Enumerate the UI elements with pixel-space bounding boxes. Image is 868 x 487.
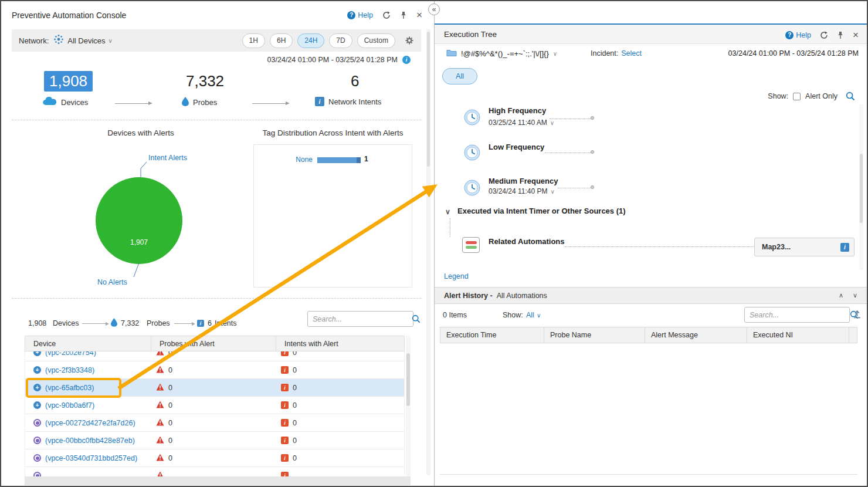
tree-node-related-automations[interactable]: Related Automations (489, 237, 565, 246)
chevron-up-icon[interactable]: ∧ (839, 292, 843, 299)
timer-clock-icon (464, 109, 480, 126)
panel-scrollbar[interactable] (426, 29, 430, 475)
tag-bar-value: 1 (364, 155, 368, 163)
device-link[interactable]: (vpc-2f3b3348) (45, 366, 94, 374)
help-button[interactable]: ? Help (785, 31, 811, 39)
alert-triangle-icon (156, 436, 164, 445)
map-folder-icon (446, 49, 457, 58)
flow-intents-label: Intents (215, 319, 237, 327)
network-selector[interactable]: All Devices ∨ (67, 36, 113, 45)
device-link[interactable]: (vpc-2c02e754) (45, 351, 96, 357)
chevron-down-icon[interactable]: ∨ (853, 292, 857, 299)
tree-connector (545, 153, 591, 153)
flow-probes-label: Probes (147, 319, 170, 327)
alert-only-checkbox[interactable] (793, 93, 801, 100)
table-row[interactable]: +(vpc-2f3b3348) 0 i0 (25, 361, 404, 379)
help-button[interactable]: ? Help (347, 11, 373, 19)
close-icon[interactable]: × (853, 30, 859, 40)
search-icon[interactable] (846, 92, 855, 101)
search-icon[interactable] (412, 314, 425, 323)
tree-section-title[interactable]: Executed via Intent Timer or Other Sourc… (457, 207, 626, 215)
intent-alert-icon: i (281, 419, 289, 427)
table-row-partial[interactable]: i (25, 467, 404, 476)
time-range-1h[interactable]: 1H (242, 33, 265, 48)
map-node-card[interactable]: Map23... i (754, 238, 855, 256)
device-link[interactable]: (vpce-03540d731bbd257ed) (45, 454, 137, 462)
vpc-device-icon: + (33, 351, 41, 356)
tree-node-low-frequency[interactable]: Low Frequency (489, 143, 544, 151)
incident-select-link[interactable]: Select (621, 49, 642, 58)
cloud-devices-icon (43, 97, 57, 107)
table-row[interactable]: +(vpc-2c02e754) 0 i0 (25, 351, 404, 361)
device-link[interactable]: (vpc-90b0a6f7) (45, 401, 94, 410)
table-row[interactable]: +(vpc-90b0a6f7) 0 i0 (25, 397, 404, 414)
devices-alerts-pie-chart[interactable]: Intent Alerts 1,907 No Alerts (59, 141, 223, 293)
intent-icon: i (197, 320, 204, 327)
refresh-icon[interactable] (820, 31, 828, 39)
tree-node-medium-frequency[interactable]: Medium Frequency (489, 177, 558, 185)
pie-label-no-alerts[interactable]: No Alerts (97, 278, 127, 286)
search-input[interactable] (745, 311, 850, 319)
table-row[interactable]: (vpce-00272d427e2fa7d26) 0 i0 (25, 414, 404, 432)
tree-node-timestamp[interactable]: 03/24/24 11:40 PM∨ (489, 187, 555, 195)
time-range-6h[interactable]: 6H (270, 33, 293, 48)
export-icon[interactable] (853, 310, 862, 319)
device-link[interactable]: (vpce-00bbc0fbb428e87eb) (45, 437, 135, 445)
help-label: Help (796, 31, 811, 39)
col-probe-name[interactable]: Probe Name (544, 327, 645, 343)
time-range-7d[interactable]: 7D (329, 33, 352, 48)
vpc-device-icon: + (33, 401, 41, 409)
col-execution-time[interactable]: Execution Time (440, 327, 544, 343)
intent-info-icon[interactable]: i (840, 243, 849, 252)
tag-bar[interactable] (317, 157, 361, 163)
col-probes-with-alert[interactable]: Probes with Alert (151, 336, 276, 351)
table-row[interactable]: (vpce-00bbc0fbb428e87eb) 0 i0 (25, 432, 404, 449)
time-range-24h[interactable]: 24H (297, 33, 324, 48)
info-icon[interactable]: i (402, 56, 411, 64)
tab-all[interactable]: All (442, 68, 477, 84)
tree-node-dot (591, 185, 594, 189)
col-executed-ni[interactable]: Executed NI (747, 327, 849, 343)
col-device[interactable]: Device (25, 336, 151, 351)
table-row[interactable]: (vpce-03540d731bbd257ed) 0 i0 (25, 449, 404, 467)
col-alert-message[interactable]: Alert Message (645, 327, 747, 343)
help-icon: ? (785, 31, 794, 39)
help-icon: ? (347, 11, 355, 19)
chevron-down-icon[interactable]: ∨ (445, 208, 450, 216)
pin-icon[interactable] (837, 31, 844, 39)
alert-triangle-icon (156, 418, 164, 428)
show-filter-dropdown[interactable]: All ∨ (526, 311, 541, 319)
device-link[interactable]: (vpc-65afbc03) (45, 384, 94, 392)
pin-icon[interactable] (400, 11, 407, 19)
time-range-custom[interactable]: Custom (357, 33, 395, 48)
alert-history-title: Alert History - (444, 292, 493, 300)
close-icon[interactable]: × (416, 10, 422, 20)
map-path-selector[interactable]: !@#$%^&*()_-=+~`:;.'|\/[]{} ∨ (446, 49, 557, 58)
tree-scrollbar[interactable] (859, 104, 863, 270)
table-row-selected[interactable]: +(vpc-65afbc03) 0 i0 (25, 379, 404, 397)
tag-category-label[interactable]: None (272, 155, 313, 164)
alert-triangle-icon (156, 471, 164, 477)
incident-label: Incident: (591, 49, 618, 58)
chevron-down-icon: ∨ (550, 120, 554, 126)
collapse-panel-button[interactable]: « (428, 4, 440, 15)
col-intents-with-alert[interactable]: Intents with Alert (276, 336, 404, 351)
refresh-icon[interactable] (382, 11, 391, 19)
tree-node-timestamp[interactable]: 03/25/24 11:40 AM∨ (489, 119, 554, 127)
legend-link[interactable]: Legend (444, 272, 469, 280)
horizontal-scrollbar[interactable] (25, 476, 411, 485)
network-intent-icon: i (315, 97, 324, 106)
flow-intents-count: 6 (208, 319, 212, 327)
chevron-down-icon: ∨ (553, 50, 557, 57)
search-input[interactable] (308, 315, 412, 323)
device-link[interactable]: (vpce-00272d427e2fa7d26) (45, 419, 135, 427)
gear-icon[interactable] (405, 36, 414, 45)
tree-node-dot (591, 116, 594, 120)
pie-label-intent-alerts[interactable]: Intent Alerts (148, 154, 187, 162)
table-scrollbar[interactable] (406, 336, 411, 476)
tree-node-high-frequency[interactable]: High Frequency (489, 106, 546, 115)
intent-alert-icon: i (281, 384, 289, 391)
devices-count: 1,908 (44, 71, 93, 92)
date-range-text: 03/24/24 01:00 PM - 03/25/24 01:28 PM (267, 56, 398, 64)
table-bottom-border (440, 474, 857, 475)
